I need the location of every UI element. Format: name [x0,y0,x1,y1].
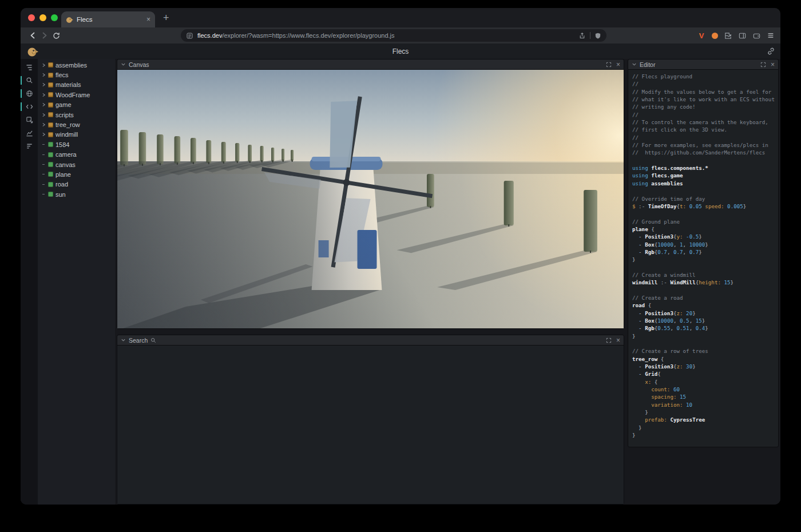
ground-shade [117,161,624,328]
fullscreen-icon[interactable] [760,62,766,68]
tree-view-icon[interactable] [21,63,38,72]
browser-toolbar: flecs.dev/explorer/?wasm=https://www.fle… [21,27,780,43]
3d-scene [117,70,624,328]
main-column: Canvas × [115,59,626,505]
new-tab-button[interactable]: + [163,12,169,24]
entity-icon [48,182,53,187]
share-icon[interactable] [578,32,586,39]
minimize-window-button[interactable] [39,14,46,21]
tree-item-label: windmill [55,131,78,138]
tree-item-label: canvas [55,161,76,168]
inspector-icon[interactable] [21,116,38,124]
3d-canvas[interactable] [117,70,624,328]
tree-item-label: flecs [55,72,69,78]
close-panel-icon[interactable]: × [616,337,620,344]
search-panel: Search × [117,335,624,505]
expand-chevron-icon[interactable] [41,63,46,68]
tree-item[interactable]: tree_row [38,120,115,129]
editor-panel: Editor × // Flecs playground//// Modify … [628,59,779,447]
search-icon[interactable] [21,76,38,85]
editor-column: Editor × // Flecs playground//// Modify … [626,59,780,505]
window-controls [28,14,58,21]
module-icon [48,132,53,137]
toolbar-extensions: V [697,31,775,40]
tree-item[interactable]: scripts [38,110,115,120]
share-link-icon[interactable] [767,47,775,55]
url-text: flecs.dev/explorer/?wasm=https://www.fle… [197,32,574,39]
panel-title: Canvas [129,61,149,68]
forward-button[interactable] [38,29,50,42]
url-bar[interactable]: flecs.dev/explorer/?wasm=https://www.fle… [181,29,606,42]
module-icon [48,92,53,97]
tree-item[interactable]: WoodFrame [38,90,115,100]
page-header: Flecs [21,43,780,59]
tree-item[interactable]: sun [38,189,115,199]
entity-tree: assembliesflecsmaterialsWoodFramegamescr… [38,59,115,505]
zoom-window-button[interactable] [51,14,58,21]
expand-chevron-icon[interactable] [41,122,46,127]
fullscreen-icon[interactable] [606,338,612,343]
code-icon[interactable] [21,102,38,111]
search-panel-header: Search × [117,335,624,346]
page-title: Flecs [21,47,780,55]
collapse-chevron-icon[interactable] [121,62,126,67]
extension-dot-icon[interactable] [712,33,718,39]
expand-chevron-icon[interactable] [41,102,46,107]
tree-item-label: road [55,181,68,188]
charts-icon[interactable] [21,129,38,137]
leaf-dash-icon [41,184,46,185]
wallet-icon[interactable] [752,31,761,40]
tab-favicon-flecs-icon [66,16,73,23]
divider [590,32,590,39]
tree-item[interactable]: canvas [38,160,115,169]
flecs-logo-icon [27,46,38,57]
tree-item-label: scripts [55,112,74,118]
expand-chevron-icon[interactable] [41,132,46,137]
collapse-chevron-icon[interactable] [632,62,637,67]
expand-chevron-icon[interactable] [41,73,46,77]
module-icon [48,73,53,78]
tree-item-label: game [55,101,72,108]
tree-item[interactable]: windmill [38,130,115,140]
entity-icon [48,152,53,157]
back-button[interactable] [26,29,38,42]
editor-code[interactable]: // Flecs playground//// Modify the value… [628,70,778,447]
leaf-dash-icon [41,164,46,165]
module-icon [48,62,53,68]
tree-item[interactable]: flecs [38,70,115,80]
tree-item[interactable]: road [38,180,115,189]
reload-button[interactable] [50,29,62,42]
tree-item[interactable]: materials [38,80,115,90]
menu-icon[interactable] [767,31,775,39]
tab-close-icon[interactable]: × [146,16,150,23]
search-results-area[interactable] [117,346,624,504]
close-panel-icon[interactable]: × [616,61,620,68]
tree-item[interactable]: game [38,100,115,110]
collapse-chevron-icon[interactable] [121,338,126,343]
tree-item-label: WoodFrame [55,92,90,98]
tree-item[interactable]: 1584 [38,140,115,149]
tree-item[interactable]: assemblies [38,60,115,70]
shields-icon[interactable] [594,32,601,39]
tree-item-label: sun [55,191,66,198]
statistics-icon[interactable] [21,142,38,150]
browser-window: Flecs × + flecs.dev/explorer/?wasm=https… [21,8,780,505]
close-panel-icon[interactable]: × [771,61,775,68]
fullscreen-icon[interactable] [606,62,612,68]
leaf-dash-icon [41,194,46,194]
world-icon[interactable] [21,89,38,98]
browser-tab[interactable]: Flecs × [61,11,155,27]
expand-chevron-icon[interactable] [41,93,46,97]
reader-mode-icon[interactable] [186,32,193,39]
expand-chevron-icon[interactable] [41,82,46,87]
module-icon [48,82,53,88]
expand-chevron-icon[interactable] [41,113,46,117]
tree-item[interactable]: camera [38,150,115,160]
extensions-puzzle-icon[interactable] [724,31,732,40]
close-window-button[interactable] [28,14,35,21]
tree-item[interactable]: plane [38,169,115,179]
module-icon [48,102,53,108]
sidebar-panel-icon[interactable] [738,31,747,40]
extension-v-icon[interactable]: V [697,31,706,40]
entity-icon [48,192,53,197]
